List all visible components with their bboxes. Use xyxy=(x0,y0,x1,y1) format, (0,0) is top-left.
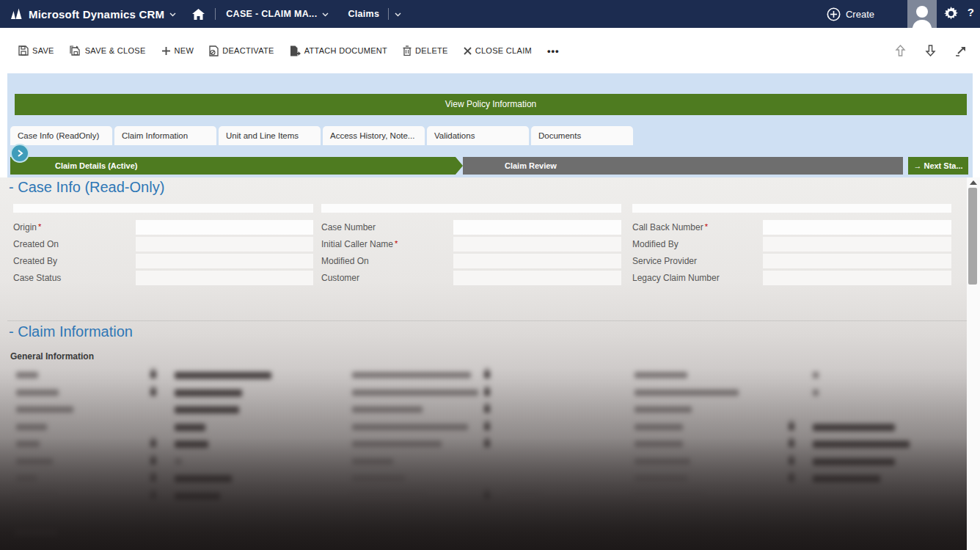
command-bar: SAVESAVE & CLOSENEWDEACTIVATEATTACH DOCU… xyxy=(0,28,980,73)
field-row-customer: Customer xyxy=(321,271,621,285)
redacted-field-row xyxy=(0,389,980,397)
redacted-text-bar xyxy=(175,458,182,465)
field-value-call-back-number[interactable] xyxy=(763,220,951,235)
brand-title[interactable]: Microsoft Dynamics CRM xyxy=(29,8,164,21)
field-value-case-status[interactable] xyxy=(136,271,313,285)
tab-unit-and-line-items[interactable]: Unit and Line Items xyxy=(219,126,321,145)
view-policy-information-button[interactable]: View Policy Information xyxy=(15,94,967,115)
scroll-up-icon[interactable] xyxy=(970,180,977,185)
command-label: SAVE & CLOSE xyxy=(85,46,146,55)
content-scrollbar[interactable] xyxy=(967,177,980,550)
lock-icon xyxy=(150,458,156,465)
field-value-service-provider[interactable] xyxy=(763,254,951,268)
general-information-subheading: General Information xyxy=(10,351,94,362)
redacted-text-bar xyxy=(813,458,895,466)
new-button[interactable]: NEW xyxy=(161,46,194,56)
tab-case-info-readonly[interactable]: Case Info (ReadOnly) xyxy=(10,126,112,145)
tab-documents[interactable]: Documents xyxy=(531,126,633,145)
more-commands-button[interactable]: ••• xyxy=(547,45,560,56)
redacted-text-bar xyxy=(352,441,442,447)
required-asterisk: * xyxy=(38,222,41,231)
redacted-text-bar xyxy=(16,493,53,499)
field-value-customer[interactable] xyxy=(453,271,621,285)
help-icon[interactable]: ? xyxy=(968,6,974,18)
field-value-initial-caller-name[interactable] xyxy=(453,237,621,252)
field-value-origin[interactable] xyxy=(136,220,313,235)
home-icon[interactable] xyxy=(192,9,205,20)
field-value-case-number[interactable] xyxy=(453,220,621,235)
chevron-down-icon[interactable] xyxy=(322,12,329,17)
arrow-right-icon: → xyxy=(913,161,924,170)
lock-icon xyxy=(484,440,490,447)
plus-circle-icon xyxy=(827,7,841,21)
record-up-icon[interactable] xyxy=(895,45,906,56)
field-value-legacy-claim-number[interactable] xyxy=(763,271,951,285)
redacted-text-bar xyxy=(352,424,468,430)
redacted-field-row xyxy=(0,440,980,449)
redacted-text-bar xyxy=(352,389,478,396)
command-label: CLOSE CLAIM xyxy=(475,46,532,55)
field-column: Case NumberInitial Caller Name*Modified … xyxy=(321,204,621,287)
process-expand-button[interactable] xyxy=(10,144,29,163)
redacted-text-bar xyxy=(175,441,208,448)
case-info-section-title[interactable]: - Case Info (Read-Only) xyxy=(9,179,164,196)
close-claim-button[interactable]: CLOSE CLAIM xyxy=(464,46,532,55)
process-stage-claim-review[interactable]: Claim Review xyxy=(463,157,903,175)
scrollbar-thumb[interactable] xyxy=(968,188,977,285)
save-icon xyxy=(18,45,29,56)
delete-button[interactable]: DELETE xyxy=(403,45,448,56)
next-stage-button[interactable]: → Next Sta... xyxy=(908,157,968,175)
tab-claim-information[interactable]: Claim Information xyxy=(114,126,216,145)
popout-icon[interactable] xyxy=(955,45,967,56)
lock-icon xyxy=(150,492,156,499)
app-root: Microsoft Dynamics CRM CASE - CLAIM MA..… xyxy=(0,0,980,550)
lock-icon xyxy=(789,423,794,430)
gear-icon[interactable] xyxy=(944,7,958,23)
field-value-modified-on[interactable] xyxy=(453,254,621,268)
chevron-down-icon[interactable] xyxy=(169,12,176,17)
lock-icon xyxy=(484,423,490,430)
process-stage-claim-details[interactable]: Claim Details (Active) xyxy=(10,157,447,175)
field-column: Origin*Created OnCreated ByCase Status xyxy=(13,204,313,287)
redacted-text-bar xyxy=(175,493,220,500)
redacted-text-bar xyxy=(813,475,880,483)
column-header-bar xyxy=(632,204,951,213)
redacted-text-bar xyxy=(813,424,895,431)
lock-icon xyxy=(150,389,156,396)
field-value-created-by[interactable] xyxy=(136,254,313,268)
tab-access-history-note[interactable]: Access History, Note... xyxy=(323,126,425,145)
field-label: Initial Caller Name* xyxy=(321,239,453,249)
redacted-text-bar xyxy=(16,372,38,378)
redacted-text-bar xyxy=(506,493,538,499)
save-close-icon xyxy=(70,45,81,56)
redacted-text-bar xyxy=(635,389,739,396)
save-close-button[interactable]: SAVE & CLOSE xyxy=(70,45,146,56)
field-label: Created By xyxy=(13,256,136,266)
field-value-modified-by[interactable] xyxy=(763,237,951,252)
save-button[interactable]: SAVE xyxy=(18,45,54,56)
form-tabs: Case Info (ReadOnly)Claim InformationUni… xyxy=(10,126,633,145)
create-button[interactable]: Create xyxy=(827,0,874,28)
record-down-icon[interactable] xyxy=(925,45,936,56)
tab-validations[interactable]: Validations xyxy=(427,126,529,145)
create-label: Create xyxy=(846,9,874,20)
redacted-field-row xyxy=(0,423,980,432)
claim-information-section-title[interactable]: - Claim Information xyxy=(9,323,133,340)
redacted-text-bar xyxy=(813,441,910,448)
redacted-text-bar xyxy=(352,372,471,378)
chevron-down-icon[interactable] xyxy=(395,12,401,17)
form-panel: View Policy Information Case Info (ReadO… xyxy=(7,73,973,177)
deactivate-button[interactable]: DEACTIVATE xyxy=(209,45,274,56)
nav-divider xyxy=(388,8,389,20)
redacted-text-bar xyxy=(16,458,53,465)
lock-icon xyxy=(484,371,490,378)
field-row-call-back-number: Call Back Number* xyxy=(632,220,951,235)
redacted-text-bar xyxy=(16,406,73,413)
nav-entity[interactable]: CASE - CLAIM MA... xyxy=(226,9,317,19)
attach-document-button[interactable]: ATTACH DOCUMENT xyxy=(290,45,387,56)
nav-view-claims[interactable]: Claims xyxy=(348,9,379,19)
field-value-created-on[interactable] xyxy=(136,237,313,252)
required-asterisk: * xyxy=(705,222,708,231)
field-column: Call Back Number*Modified ByService Prov… xyxy=(632,204,951,287)
redacted-text-bar xyxy=(813,389,819,396)
